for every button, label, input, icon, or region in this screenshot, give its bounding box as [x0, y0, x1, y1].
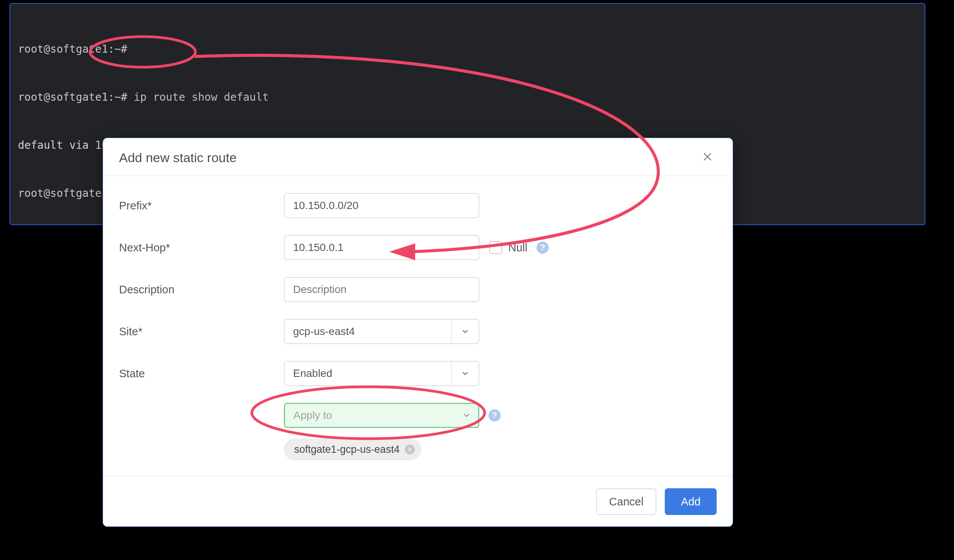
terminal-prompt: root@softgate1:~# — [18, 89, 127, 105]
field-row-nexthop: Next-Hop* Null ? — [119, 235, 717, 260]
field-row-site: Site* gcp-us-east4 — [119, 319, 717, 344]
label-prefix: Prefix* — [119, 200, 284, 212]
label-nexthop: Next-Hop* — [119, 241, 284, 254]
field-row-applyto: Apply to ? — [119, 403, 717, 428]
prefix-input[interactable] — [284, 193, 479, 218]
site-select[interactable]: gcp-us-east4 — [284, 319, 479, 344]
chevron-down-icon — [451, 320, 479, 343]
field-row-prefix: Prefix* — [119, 193, 717, 218]
state-select-value: Enabled — [285, 367, 341, 380]
close-icon — [702, 151, 713, 162]
remove-tag-icon[interactable]: × — [405, 444, 415, 454]
label-site: Site* — [119, 325, 284, 338]
field-row-state: State Enabled — [119, 361, 717, 386]
chevron-down-icon — [451, 362, 479, 385]
help-icon[interactable]: ? — [537, 241, 549, 254]
dialog-body: Prefix* Next-Hop* Null ? Description Sit… — [103, 176, 733, 476]
chevron-down-icon — [455, 411, 478, 420]
cancel-button[interactable]: Cancel — [596, 488, 656, 515]
state-select[interactable]: Enabled — [284, 361, 479, 386]
terminal-prompt: root@softgate1:~# — [18, 41, 127, 57]
close-button[interactable] — [698, 150, 717, 166]
null-checkbox[interactable] — [489, 241, 502, 254]
site-select-value: gcp-us-east4 — [285, 325, 363, 338]
applyto-select[interactable]: Apply to — [284, 403, 479, 428]
help-icon[interactable]: ? — [488, 409, 501, 422]
applyto-tag-text: softgate1-gcp-us-east4 — [294, 444, 400, 455]
terminal-command: ip route show default — [127, 89, 269, 105]
dialog-footer: Cancel Add — [103, 476, 733, 526]
applyto-tag-row: softgate1-gcp-us-east4 × — [284, 439, 717, 460]
label-description: Description — [119, 283, 284, 296]
applyto-placeholder: Apply to — [285, 409, 340, 422]
null-label: Null — [508, 241, 527, 254]
nexthop-input[interactable] — [284, 235, 479, 260]
add-static-route-dialog: Add new static route Prefix* Next-Hop* N… — [103, 138, 733, 527]
applyto-tag[interactable]: softgate1-gcp-us-east4 × — [284, 439, 421, 460]
label-state: State — [119, 367, 284, 380]
dialog-header: Add new static route — [103, 138, 733, 176]
description-input[interactable] — [284, 277, 479, 302]
field-row-description: Description — [119, 277, 717, 302]
add-button[interactable]: Add — [665, 488, 717, 515]
null-option: Null ? — [489, 241, 549, 254]
terminal-line: root@softgate1:~# — [18, 41, 917, 57]
dialog-title: Add new static route — [119, 150, 237, 165]
terminal-line: root@softgate1:~# ip route show default — [18, 89, 917, 105]
